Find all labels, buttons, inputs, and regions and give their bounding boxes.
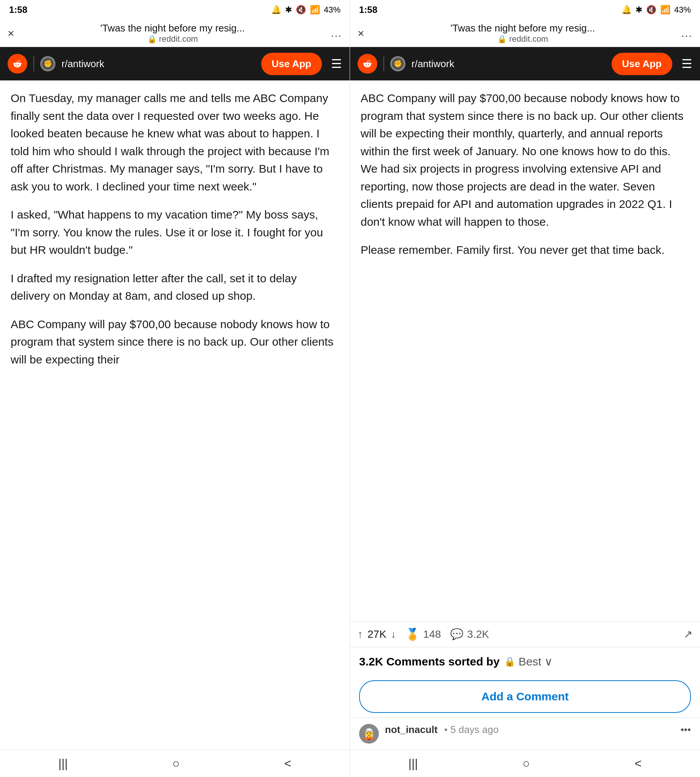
left-hamburger-icon[interactable]: ☰ <box>331 57 342 71</box>
svg-text:✊: ✊ <box>44 60 52 68</box>
right-close-button[interactable]: × <box>358 27 365 40</box>
right-nav-divider <box>383 56 384 72</box>
right-back-button[interactable]: < <box>634 757 642 770</box>
left-reddit-logo <box>8 54 27 73</box>
left-bottom-nav: ||| ○ < <box>0 750 350 777</box>
right-vote-group: ↑ 27K ↓ <box>358 628 396 641</box>
left-menu-button[interactable]: ||| <box>58 757 68 770</box>
left-notification-icon: 🔔 <box>271 5 281 15</box>
left-paragraph-3: I drafted my resignation letter after th… <box>11 270 339 305</box>
right-home-button[interactable]: ○ <box>522 757 530 770</box>
right-panel: 1:58 🔔 ✱ 🔇 📶 43% × 'Twas the night befor… <box>350 0 700 777</box>
right-comment-group: 💬 3.2K <box>450 628 489 641</box>
right-comment-avatar-emoji: 🧝 <box>363 728 376 740</box>
left-bluetooth-icon: ✱ <box>285 5 292 15</box>
left-more-button[interactable]: ... <box>331 27 342 40</box>
right-time: 1:58 <box>359 5 377 15</box>
left-domain-text: reddit.com <box>159 34 198 44</box>
right-menu-button[interactable]: ||| <box>408 757 418 770</box>
right-more-button[interactable]: ... <box>682 27 692 40</box>
left-reddit-nav: ✊ r/antiwork Use App ☰ <box>0 47 350 80</box>
left-paragraph-2: I asked, "What happens to my vacation ti… <box>11 206 339 259</box>
right-comments-count-label: 3.2K Comments sorted by <box>359 655 500 668</box>
right-battery: 43% <box>674 5 691 15</box>
right-award-icon: 🏅 <box>405 627 420 641</box>
left-nav-divider <box>33 56 34 72</box>
left-panel: 1:58 🔔 ✱ 🔇 📶 43% × 'Twas the night befor… <box>0 0 350 777</box>
right-wifi-icon: 📶 <box>660 5 670 15</box>
right-url-box: 'Twas the night before my resig... 🔒 red… <box>370 22 675 44</box>
right-notification-icon: 🔔 <box>622 5 632 15</box>
right-sort-lock-icon: 🔒 <box>504 656 515 667</box>
left-status-bar: 1:58 🔔 ✱ 🔇 📶 43% <box>0 0 350 20</box>
left-lock-icon: 🔒 <box>147 35 157 43</box>
left-use-app-button[interactable]: Use App <box>261 53 322 75</box>
left-close-button[interactable]: × <box>8 27 15 40</box>
left-browser-bar: × 'Twas the night before my resig... 🔒 r… <box>0 20 350 47</box>
right-sort-button[interactable]: 🔒 Best ∨ <box>504 655 553 668</box>
right-paragraph-2: Please remember. Family first. You never… <box>361 241 689 259</box>
right-share-button[interactable]: ↗ <box>684 628 692 641</box>
right-comment-time: • 5 days ago <box>444 724 499 735</box>
right-comment-more-button[interactable]: ••• <box>681 724 691 735</box>
right-comment-icon: 💬 <box>450 628 463 641</box>
right-domain-text: reddit.com <box>509 34 548 44</box>
right-awards-group: 🏅 148 <box>405 627 441 641</box>
left-volume-icon: 🔇 <box>296 5 306 15</box>
left-battery: 43% <box>324 5 340 15</box>
right-reddit-logo <box>358 54 377 73</box>
right-subreddit-icon: ✊ <box>390 56 405 72</box>
right-use-app-button[interactable]: Use App <box>612 53 673 75</box>
left-paragraph-4: ABC Company will pay $700,00 because nob… <box>11 316 339 369</box>
left-time: 1:58 <box>9 5 27 15</box>
right-status-bar: 1:58 🔔 ✱ 🔇 📶 43% <box>350 0 700 20</box>
right-reddit-nav: ✊ r/antiwork Use App ☰ <box>350 47 700 80</box>
right-sort-label: Best <box>518 655 541 668</box>
right-content: ABC Company will pay $700,00 because nob… <box>350 80 700 621</box>
right-comment-meta: not_inacult • 5 days ago <box>385 724 498 735</box>
right-comment-count: 3.2K <box>467 628 489 641</box>
left-wifi-icon: 📶 <box>310 5 320 15</box>
right-action-bar: ↑ 27K ↓ 🏅 148 💬 3.2K ↗ <box>350 621 700 647</box>
right-comment-username: not_inacult <box>385 724 438 735</box>
left-subreddit-name: r/antiwork <box>62 58 255 70</box>
right-subreddit-name: r/antiwork <box>412 58 605 70</box>
right-comment-avatar: 🧝 <box>359 724 379 744</box>
right-bottom-nav: ||| ○ < <box>350 750 700 777</box>
right-lock-icon: 🔒 <box>497 35 507 43</box>
right-page-title: 'Twas the night before my resig... <box>451 22 595 34</box>
left-home-button[interactable]: ○ <box>172 757 180 770</box>
right-award-count: 148 <box>423 628 441 641</box>
left-page-title: 'Twas the night before my resig... <box>100 22 245 34</box>
right-downvote-button[interactable]: ↓ <box>391 628 396 641</box>
right-domain: 🔒 reddit.com <box>497 34 548 44</box>
left-subreddit-icon: ✊ <box>40 56 55 72</box>
right-vote-count: 27K <box>367 628 387 641</box>
left-content: On Tuesday, my manager calls me and tell… <box>0 80 350 750</box>
right-sort-chevron-icon: ∨ <box>544 655 553 668</box>
right-paragraph-1: ABC Company will pay $700,00 because nob… <box>361 90 689 231</box>
right-status-icons: 🔔 ✱ 🔇 📶 43% <box>622 5 691 15</box>
svg-text:✊: ✊ <box>394 60 402 68</box>
right-volume-icon: 🔇 <box>646 5 656 15</box>
right-hamburger-icon[interactable]: ☰ <box>682 57 692 71</box>
left-domain: 🔒 reddit.com <box>147 34 198 44</box>
left-url-box: 'Twas the night before my resig... 🔒 red… <box>20 22 325 44</box>
left-back-button[interactable]: < <box>284 757 292 770</box>
left-status-icons: 🔔 ✱ 🔇 📶 43% <box>271 5 340 15</box>
right-browser-bar: × 'Twas the night before my resig... 🔒 r… <box>350 20 700 47</box>
left-paragraph-1: On Tuesday, my manager calls me and tell… <box>11 90 339 195</box>
right-add-comment-button[interactable]: Add a Comment <box>359 680 691 713</box>
right-upvote-button[interactable]: ↑ <box>358 628 363 641</box>
right-bluetooth-icon: ✱ <box>635 5 642 15</box>
right-comments-header: 3.2K Comments sorted by 🔒 Best ∨ <box>350 647 700 676</box>
right-first-comment: 🧝 not_inacult • 5 days ago ••• <box>350 717 700 750</box>
